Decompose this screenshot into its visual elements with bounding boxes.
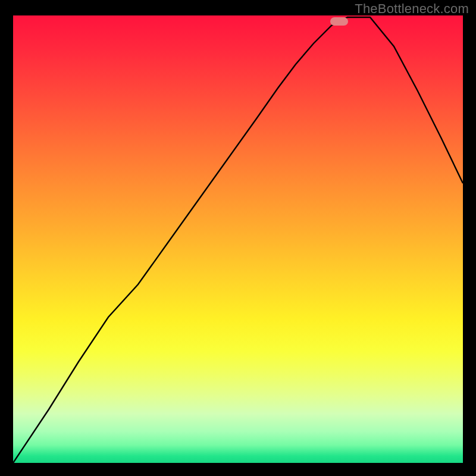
- plot-area: [13, 15, 463, 463]
- chart-frame: TheBottleneck.com: [0, 0, 476, 476]
- optimal-marker: [330, 17, 348, 26]
- curve-path: [13, 17, 463, 463]
- bottleneck-curve: [13, 15, 463, 463]
- watermark-text: TheBottleneck.com: [355, 1, 469, 17]
